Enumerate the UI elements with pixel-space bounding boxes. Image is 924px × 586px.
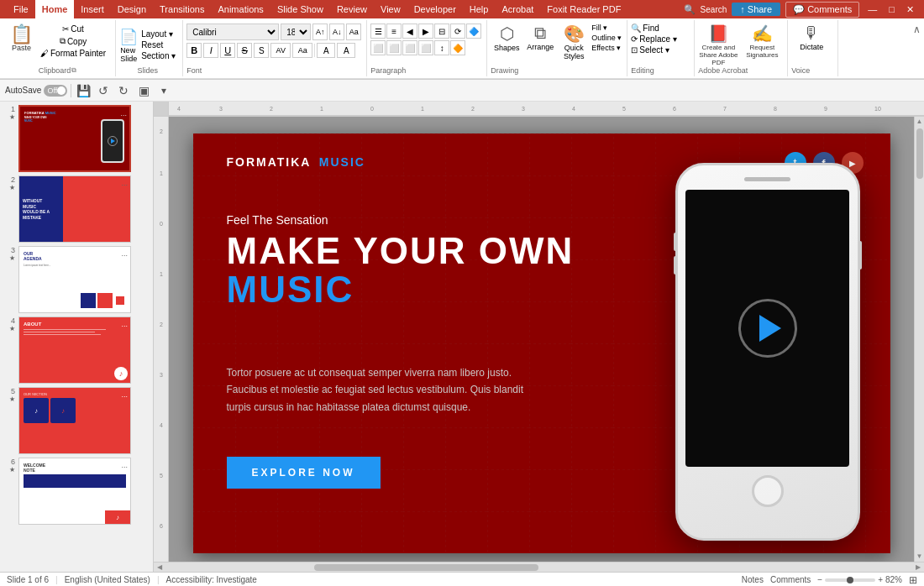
close-button[interactable]: ✕ xyxy=(903,4,917,15)
underline-button[interactable]: U xyxy=(220,43,235,58)
reset-button[interactable]: Reset xyxy=(141,40,176,50)
menu-view[interactable]: View xyxy=(374,0,407,18)
search-icon[interactable]: 🔍 xyxy=(684,4,696,15)
menu-file[interactable]: File xyxy=(7,0,35,18)
customize-toolbar-button[interactable]: ▾ xyxy=(155,82,172,99)
create-pdf-button[interactable]: 📕 Create and Share Adobe PDF xyxy=(698,24,738,66)
select-button[interactable]: ⊡ Select ▾ xyxy=(631,45,689,55)
menu-transitions[interactable]: Transitions xyxy=(153,0,211,18)
smartart-button[interactable]: 🔷 xyxy=(466,24,481,39)
align-right-button[interactable]: ⬜ xyxy=(402,40,417,55)
text-shadow-button[interactable]: S xyxy=(254,43,269,58)
fit-slide-button[interactable]: ⊞ xyxy=(909,574,917,586)
slide-thumb-2[interactable]: 2 ★ WITHOUTMUSICWOULD BE AMISTAKE ··· xyxy=(3,175,150,243)
search-label[interactable]: Search xyxy=(701,5,727,14)
slide-thumb-4[interactable]: 4 ★ ABOUT ♪ ··· xyxy=(3,317,150,384)
request-signatures-button[interactable]: ✍ Request Signatures xyxy=(742,24,782,59)
bullets-button[interactable]: ☰ xyxy=(370,24,386,39)
s4-more-btn[interactable]: ··· xyxy=(121,319,128,331)
clear-format-button[interactable]: Aa xyxy=(346,24,361,40)
indent-increase-button[interactable]: ▶ xyxy=(418,24,433,39)
copy-button[interactable]: ⧉Copy xyxy=(57,35,89,47)
align-left-button[interactable]: ⬜ xyxy=(370,40,386,55)
scroll-thumb-v[interactable] xyxy=(916,128,923,179)
ribbon-collapse-btn[interactable]: ∧ xyxy=(913,20,921,76)
font-family-selector[interactable]: Calibri xyxy=(186,24,279,40)
slide-thumb-3[interactable]: 3 ★ OURAGENDA Lorem ipsum text here... ·… xyxy=(3,246,150,313)
slide-thumbnail-6[interactable]: WELCOMENOTE ♪ ··· xyxy=(18,458,131,525)
share-button[interactable]: ↑ Share xyxy=(732,3,780,16)
columns-button[interactable]: ⊟ xyxy=(434,24,449,39)
phone-home-button[interactable] xyxy=(752,475,784,507)
minimize-button[interactable]: — xyxy=(864,4,880,14)
dictate-button[interactable]: 🎙 Dictate xyxy=(791,24,832,51)
slide-thumb-5[interactable]: 5 ★ OUR SECTION ♪ ♪ ··· xyxy=(3,387,150,454)
s6-more-btn[interactable]: ··· xyxy=(121,460,128,472)
scroll-left-arrow[interactable]: ◀ xyxy=(155,563,164,571)
menu-home[interactable]: Home xyxy=(35,0,75,18)
menu-design[interactable]: Design xyxy=(111,0,153,18)
menu-animations[interactable]: Animations xyxy=(211,0,270,18)
scroll-down-arrow[interactable]: ▼ xyxy=(916,553,923,560)
redo-button[interactable]: ↻ xyxy=(115,82,132,99)
menu-help[interactable]: Help xyxy=(463,0,496,18)
slide-thumbnail-2[interactable]: WITHOUTMUSICWOULD BE AMISTAKE ··· xyxy=(18,175,131,243)
line-spacing-button[interactable]: ↕ xyxy=(434,40,449,55)
scroll-right-arrow[interactable]: ▶ xyxy=(914,563,922,571)
font-color-button[interactable]: A xyxy=(317,43,335,58)
s2-more-btn[interactable]: ··· xyxy=(121,178,128,190)
slide-thumbnail-4[interactable]: ABOUT ♪ ··· xyxy=(18,317,131,384)
zoom-slider[interactable] xyxy=(825,578,875,582)
new-slide-button[interactable]: 📄 NewSlide xyxy=(119,28,138,63)
explore-now-button[interactable]: EXPLORE NOW xyxy=(227,457,381,489)
strikethrough-button[interactable]: S xyxy=(237,43,252,58)
align-center-button[interactable]: ⬜ xyxy=(386,40,402,55)
scroll-up-arrow[interactable]: ▲ xyxy=(916,118,923,125)
change-case-button[interactable]: Aa xyxy=(292,43,312,58)
slide-thumbnail-5[interactable]: OUR SECTION ♪ ♪ ··· xyxy=(18,387,131,454)
slide-canvas[interactable]: FORMATIKA MUSIC t f ▶ xyxy=(193,133,890,553)
menu-insert[interactable]: Insert xyxy=(74,0,111,18)
replace-button[interactable]: ⟳ Replace ▾ xyxy=(631,34,689,44)
arrange-button[interactable]: ⧉ Arrange xyxy=(524,24,556,51)
shape-fill-button[interactable]: Fill ▾ xyxy=(591,24,622,32)
justify-button[interactable]: ⬜ xyxy=(418,40,433,55)
slide-thumb-6[interactable]: 6 ★ WELCOMENOTE ♪ ··· xyxy=(3,458,150,525)
slide-thumbnail-1[interactable]: FORMATIKA MUSIC MAKE YOUR OWNMUSIC ··· xyxy=(18,105,131,172)
format-painter-button[interactable]: 🖌Format Painter xyxy=(38,48,108,59)
scroll-thumb-h[interactable] xyxy=(314,564,539,571)
numbering-button[interactable]: ≡ xyxy=(386,24,402,39)
bold-button[interactable]: B xyxy=(186,43,202,58)
presentation-view-button[interactable]: ▣ xyxy=(135,82,152,99)
save-button[interactable]: 💾 xyxy=(75,82,92,99)
menu-acrobat[interactable]: Acrobat xyxy=(495,0,540,18)
convert-smartart-button[interactable]: 🔶 xyxy=(450,40,465,55)
cut-button[interactable]: ✂Cut xyxy=(60,24,87,34)
menu-foxit[interactable]: Foxit Reader PDF xyxy=(540,0,627,18)
comments-button[interactable]: 💬 Comments xyxy=(785,2,859,18)
quick-styles-button[interactable]: 🎨 QuickStyles xyxy=(558,24,590,60)
s3-more-btn[interactable]: ··· xyxy=(121,249,128,260)
paste-button[interactable]: 📋 Paste xyxy=(7,24,36,54)
menu-review[interactable]: Review xyxy=(330,0,374,18)
s5-more-btn[interactable]: ··· xyxy=(121,390,128,401)
layout-button[interactable]: Layout ▾ xyxy=(141,29,176,39)
undo-button[interactable]: ↺ xyxy=(95,82,112,99)
maximize-button[interactable]: □ xyxy=(885,4,898,14)
font-decrease-button[interactable]: A↓ xyxy=(329,24,344,40)
slide-thumbnail-3[interactable]: OURAGENDA Lorem ipsum text here... ··· xyxy=(18,246,131,313)
clipboard-expand-icon[interactable]: ⧉ xyxy=(71,66,76,75)
font-increase-button[interactable]: A↑ xyxy=(312,24,328,40)
s1-more-btn[interactable]: ··· xyxy=(120,108,127,120)
slide-thumb-1[interactable]: 1 ★ FORMATIKA MUSIC MAKE YOUR OWNMUSIC xyxy=(3,105,150,172)
italic-button[interactable]: I xyxy=(203,43,218,58)
zoom-in-button[interactable]: + xyxy=(878,575,883,584)
menu-developer[interactable]: Developer xyxy=(407,0,463,18)
section-button[interactable]: Section ▾ xyxy=(141,51,176,60)
zoom-out-button[interactable]: − xyxy=(817,575,822,584)
char-spacing-button[interactable]: AV xyxy=(270,43,291,58)
autosave-toggle[interactable]: Off xyxy=(44,85,67,97)
indent-decrease-button[interactable]: ◀ xyxy=(402,24,417,39)
menu-slideshow[interactable]: Slide Show xyxy=(270,0,330,18)
shapes-button[interactable]: ⬡ Shapes xyxy=(491,24,522,52)
